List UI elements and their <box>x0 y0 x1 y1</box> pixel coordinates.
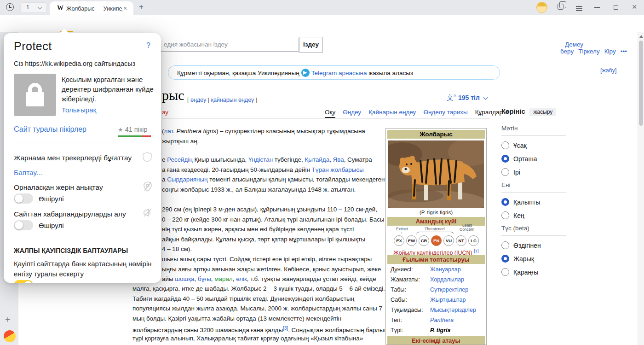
iucn-status-vu: VU <box>443 235 454 246</box>
article-line: айқын байқалады. Құлағы қысқа, төрт қата… <box>162 234 385 245</box>
bank-warning-state: Қосулы <box>39 281 62 283</box>
article-tab[interactable]: Өңделу тарихы <box>423 109 467 116</box>
wiki-link[interactable]: бұғы <box>198 275 211 282</box>
wiki-link[interactable]: шошқа <box>175 275 194 282</box>
menu-icon[interactable] <box>576 5 582 12</box>
taxonomy-row: Түрі:P. tigris <box>391 327 483 337</box>
protect-title: Protect <box>14 40 52 53</box>
article-tab[interactable]: Қайнарын өңдеу <box>368 109 416 116</box>
appearance-option[interactable]: Орташа <box>501 155 566 163</box>
chevron-down-icon <box>483 95 488 100</box>
wiki-link[interactable]: марал <box>214 275 232 282</box>
connection-info: Қосылым қорғалған және деректер шифрланғ… <box>62 75 154 104</box>
tab-title: Жолбарыс — Уикипеді <box>66 6 122 12</box>
article-tab[interactable]: Оқу <box>325 109 335 118</box>
iucn-status-ex: EX <box>394 235 404 246</box>
talk-tab-fragment[interactable]: ау <box>162 109 168 116</box>
radio-selected-icon[interactable] <box>501 255 509 263</box>
search-button[interactable]: Іздеу <box>299 37 323 53</box>
taxonomy-value[interactable]: Сүтқоректілер <box>430 287 468 293</box>
appearance-option[interactable]: Өздігінен <box>501 241 566 249</box>
infobox-title: Жолбарыс <box>387 130 485 139</box>
wikipedia-favicon: W <box>57 5 63 12</box>
taxonomy-value[interactable]: Panthera <box>430 317 454 323</box>
article-line: мың болды. Қазіргі уақытта жабайы ортада… <box>132 314 385 324</box>
details-link[interactable]: Толығырақ <box>62 106 96 114</box>
profile-avatar[interactable] <box>536 2 547 13</box>
tab-groups-icon[interactable] <box>558 4 564 10</box>
article-line: айы шошқа, бұғы, марал, елік, т.б. тұяқт… <box>162 274 385 284</box>
taxonomy-value[interactable]: Жануарлар <box>430 266 461 273</box>
radio-icon[interactable] <box>501 268 509 276</box>
taxonomy-row: Жамағаты:Хордалылар <box>391 276 483 287</box>
threatened-brace <box>416 232 454 235</box>
wiki-link[interactable]: Ява <box>333 156 344 163</box>
close-window-button[interactable]: × <box>632 2 637 12</box>
help-link[interactable]: ? <box>146 41 150 50</box>
scrollbar-thumb[interactable] <box>639 41 643 126</box>
minimize-button[interactable] <box>594 7 600 8</box>
appearance-option-label: Кең <box>513 212 524 219</box>
wiki-link[interactable]: елік <box>236 275 247 282</box>
edit-link[interactable]: өңдеу <box>190 97 206 103</box>
appearance-option[interactable]: Ірі <box>501 168 566 176</box>
wiki-link[interactable]: Үндістан <box>248 156 273 163</box>
notifications-toggle[interactable] <box>14 220 33 230</box>
telegram-link[interactable]: Telegram арнасына <box>311 70 367 76</box>
ad-block-configure-link[interactable]: Баптау... <box>14 169 42 177</box>
article-tab[interactable]: Өңдеу <box>343 109 361 116</box>
browser-tab[interactable]: W Жолбарыс — Уикипеді × <box>50 1 133 15</box>
appearance-option[interactable]: Кең <box>501 211 566 219</box>
taxonomy-value[interactable]: Мысықтәрізділер <box>430 307 476 313</box>
location-toggle[interactable] <box>14 193 33 204</box>
radio-icon[interactable] <box>501 168 509 176</box>
appearance-group-label: Түс (beta) <box>501 225 566 232</box>
wiki-link[interactable]: Сырдарияның <box>167 176 207 183</box>
banner-close-link[interactable]: [жабу] <box>600 67 616 74</box>
reference-link[interactable]: [3] <box>283 326 288 331</box>
appearance-option-label: Орташа <box>513 155 537 163</box>
notifications-title: Сайттан хабарландыруларды алу <box>14 210 126 218</box>
appearance-option[interactable]: Ұсақ <box>501 141 566 149</box>
appearance-option[interactable]: Қараңғы <box>501 268 566 276</box>
wiki-link[interactable]: Қытайда <box>305 156 330 163</box>
bank-warning-toggle[interactable] <box>14 280 33 283</box>
wiki-top-link[interactable]: ••• <box>621 48 627 55</box>
article-tabs: ОқуӨңдеуҚайнарын өңдеуӨңделу тарихыҚұрал… <box>317 109 508 118</box>
wiki-top-link[interactable]: Тіркелу <box>578 48 600 55</box>
appearance-option-label: Қалыпты <box>513 199 540 206</box>
taxonomy-value[interactable]: Жыртқыштар <box>430 297 466 303</box>
add-panel-icon[interactable]: + <box>5 315 11 325</box>
appearance-option[interactable]: Қалыпты <box>501 198 566 206</box>
appearance-option-label: Ұсақ <box>513 142 527 149</box>
new-tab-button[interactable]: + <box>139 2 144 12</box>
wiki-link[interactable]: лат. <box>164 128 174 134</box>
history-icon[interactable] <box>6 3 14 11</box>
tiger-photo[interactable] <box>388 140 484 208</box>
restore-button[interactable] <box>614 5 618 10</box>
chevron-down-icon[interactable] <box>38 5 42 10</box>
taxonomy-value[interactable]: Хордалылар <box>430 276 464 283</box>
language-selector[interactable]: 文A 195 тіл <box>447 94 487 102</box>
article-line: жолбарыстардың саны 3200 шамасында ғана … <box>132 323 385 333</box>
reference-1-link[interactable]: [1] <box>474 248 479 253</box>
radio-selected-icon[interactable] <box>501 198 509 206</box>
appearance-group-label: Мәтін <box>501 125 566 132</box>
radio-icon[interactable] <box>501 241 509 249</box>
yandex-mail-icon[interactable] <box>4 330 16 342</box>
status-label-extinct: Extinct <box>396 227 408 231</box>
wiki-top-link[interactable]: Кіру <box>604 48 616 55</box>
languages-icon: 文A <box>447 94 456 101</box>
site-reviews-link[interactable]: Сайт туралы пікірлер <box>14 125 86 134</box>
tab-counter[interactable]: 1 <box>20 2 47 13</box>
scroll-up-arrow[interactable] <box>639 35 643 38</box>
edit-source-link[interactable]: қайнарын өңдеу <box>211 97 254 103</box>
wiki-link[interactable]: Тұран жолбарысы <box>312 166 364 173</box>
radio-selected-icon[interactable] <box>501 155 509 163</box>
hide-button[interactable]: жасыру <box>529 108 556 116</box>
radio-icon[interactable] <box>501 211 509 219</box>
appearance-option[interactable]: Жарық <box>501 255 566 263</box>
wiki-link[interactable]: Ресейдің <box>167 156 193 163</box>
radio-icon[interactable] <box>501 141 509 149</box>
tab-close-icon[interactable]: × <box>123 5 127 12</box>
